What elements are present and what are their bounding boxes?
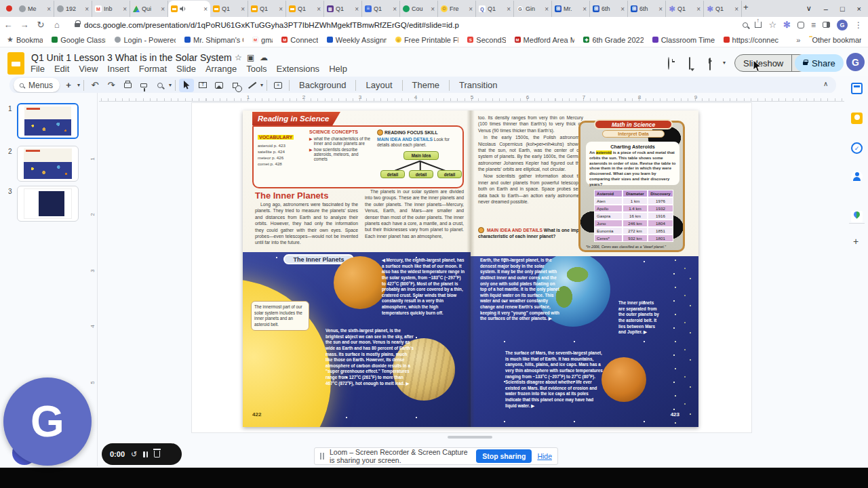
bookmark-item[interactable]: MMedford Area Midd...: [515, 36, 575, 44]
insert-line-button[interactable]: [244, 79, 259, 92]
calendar-icon[interactable]: [851, 83, 863, 94]
textbook-spread-image[interactable]: Reading in Science VOCABULARY asteroid p…: [243, 110, 698, 427]
tab-close-icon[interactable]: ×: [469, 5, 473, 13]
menu-file[interactable]: File: [26, 63, 50, 75]
browser-tab[interactable]: Qui×: [130, 1, 168, 17]
loom-camera-bubble[interactable]: G: [3, 378, 92, 466]
browser-tab[interactable]: Q1×: [704, 1, 742, 17]
browser-tab[interactable]: Q1×: [362, 1, 400, 17]
slide-thumbnail-3[interactable]: [17, 186, 79, 222]
restart-recording-icon[interactable]: ↺: [131, 450, 137, 459]
insert-shape-button[interactable]: [228, 79, 243, 92]
bookmark-item[interactable]: ★Bookmarks: [7, 35, 43, 44]
meet-caret-icon[interactable]: ▾: [723, 60, 726, 66]
bookmark-item[interactable]: Mr. Shipman's Class: [184, 36, 243, 44]
slideshow-label[interactable]: Slideshow: [735, 55, 792, 71]
bookmark-item[interactable]: Weekly Assignments: [327, 36, 387, 44]
transition-button[interactable]: Transition: [453, 80, 504, 90]
paint-format-button[interactable]: [136, 79, 151, 92]
zoom-icon[interactable]: [743, 22, 748, 28]
browser-tab[interactable]: 6th×: [590, 1, 628, 17]
contacts-icon[interactable]: [851, 171, 863, 182]
bookmark-item[interactable]: https://connected...: [724, 36, 779, 44]
minimize-button[interactable]: –: [824, 5, 828, 13]
star-document-icon[interactable]: ☆: [235, 53, 242, 62]
menu-tools[interactable]: Tools: [241, 63, 271, 75]
bookmark-item[interactable]: Mgmail: [252, 36, 273, 44]
bookmark-item[interactable]: ✚6th Grade 2022-20...: [583, 36, 643, 44]
tab-close-icon[interactable]: ×: [123, 5, 127, 13]
horizontal-scrollbar[interactable]: [448, 436, 492, 439]
browser-tab[interactable]: Q1×: [476, 1, 514, 17]
tab-close-icon[interactable]: ×: [317, 5, 321, 13]
slide-thumbnail-2[interactable]: [17, 146, 79, 182]
extension-asterisk-icon[interactable]: ✻: [783, 20, 791, 30]
bookmark-item[interactable]: Google Classroom: [52, 36, 106, 44]
menu-format[interactable]: Format: [134, 63, 172, 75]
tab-close-icon[interactable]: ×: [85, 5, 89, 13]
forward-button[interactable]: →: [16, 20, 33, 30]
tab-audio-icon[interactable]: [180, 6, 186, 12]
layout-button[interactable]: Layout: [359, 80, 398, 90]
browser-tab[interactable]: Inb×: [92, 1, 130, 17]
browser-tab[interactable]: Q1×: [248, 1, 286, 17]
other-bookmarks[interactable]: Other bookmarks: [809, 36, 861, 44]
browser-tab-active[interactable]: ×: [168, 1, 210, 17]
bookmark-item[interactable]: SSecondStep: [467, 36, 505, 44]
keep-icon[interactable]: [851, 113, 863, 124]
maps-icon[interactable]: [851, 211, 863, 222]
share-button[interactable]: Share: [795, 54, 844, 72]
account-avatar[interactable]: G: [846, 53, 865, 71]
drag-handle-icon[interactable]: [2, 443, 7, 451]
browser-tab[interactable]: Fre×: [438, 1, 476, 17]
bookmark-star-icon[interactable]: ☆: [768, 20, 776, 30]
new-slide-button[interactable]: +: [61, 79, 76, 92]
redo-button[interactable]: ↷: [104, 79, 119, 92]
slide-canvas[interactable]: Reading in Science VOCABULARY asteroid p…: [192, 103, 751, 432]
theme-button[interactable]: Theme: [406, 80, 446, 90]
zoom-button[interactable]: [153, 79, 167, 92]
browser-tab[interactable]: 192×: [54, 1, 92, 17]
side-panel-icon[interactable]: [823, 22, 830, 28]
zoom-caret-icon[interactable]: ▾: [169, 82, 172, 88]
browser-menu-icon[interactable]: ⋮: [854, 20, 863, 30]
tab-search-icon[interactable]: ∨: [806, 4, 812, 13]
meet-camera-icon[interactable]: [709, 58, 711, 70]
new-tab-button[interactable]: +: [743, 2, 749, 12]
browser-tab[interactable]: Mr.×: [552, 1, 590, 17]
tab-close-icon[interactable]: ×: [203, 5, 208, 13]
search-menus-button[interactable]: Menus: [14, 78, 60, 92]
browser-tab[interactable]: Q1×: [210, 1, 248, 17]
tab-close-icon[interactable]: ×: [279, 5, 283, 13]
extensions-puzzle-icon[interactable]: [797, 22, 804, 28]
background-button[interactable]: Background: [293, 80, 352, 90]
tab-close-icon[interactable]: ×: [431, 5, 435, 13]
tasks-icon[interactable]: ✓: [851, 142, 863, 154]
bookmark-item[interactable]: MConnectED: [281, 36, 317, 44]
restore-button[interactable]: □: [840, 5, 845, 13]
tab-close-icon[interactable]: ×: [47, 5, 51, 13]
menu-arrange[interactable]: Arrange: [201, 63, 241, 75]
get-addons-icon[interactable]: +: [853, 236, 859, 247]
tab-close-icon[interactable]: ×: [241, 5, 245, 13]
lock-icon[interactable]: [75, 23, 80, 27]
browser-tab[interactable]: Me×: [16, 1, 54, 17]
menu-edit[interactable]: Edit: [50, 63, 74, 75]
bookmarks-overflow-chevron[interactable]: »: [796, 36, 800, 44]
tab-close-icon[interactable]: ×: [545, 5, 549, 13]
tab-close-icon[interactable]: ×: [583, 5, 587, 13]
share-page-icon[interactable]: [755, 22, 762, 28]
browser-tab[interactable]: Cou×: [400, 1, 438, 17]
print-button[interactable]: [120, 79, 135, 92]
home-button[interactable]: ⌂: [49, 20, 65, 30]
hide-menus-chevron-icon[interactable]: ∧: [823, 80, 828, 87]
browser-tab[interactable]: Q1×: [324, 1, 362, 17]
tab-close-icon[interactable]: ×: [393, 5, 397, 13]
menu-help[interactable]: Help: [324, 63, 352, 75]
reading-list-icon[interactable]: ≡: [811, 20, 816, 30]
pause-recording-icon[interactable]: [143, 451, 148, 458]
menu-insert[interactable]: Insert: [102, 63, 134, 75]
browser-tab[interactable]: Gin×: [514, 1, 552, 17]
address-bar[interactable]: docs.google.com/presentation/d/1qPoRU61G…: [84, 21, 743, 29]
line-caret-icon[interactable]: ▾: [260, 82, 263, 88]
